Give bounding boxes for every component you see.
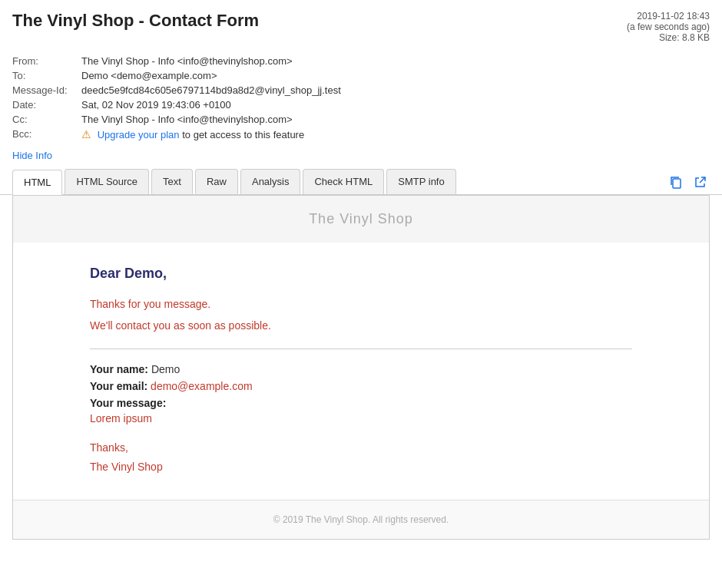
warning-icon: ⚠ xyxy=(81,128,91,140)
your-message-label: Your message: xyxy=(90,397,632,409)
tab-html[interactable]: HTML xyxy=(12,170,62,195)
date-row: Date: Sat, 02 Nov 2019 19:43:06 +0100 xyxy=(12,97,346,112)
your-message-value: Lorem ipsum xyxy=(90,412,632,424)
tab-raw[interactable]: Raw xyxy=(195,169,238,194)
page-meta: 2019-11-02 18:43 (a few seconds ago) Siz… xyxy=(627,11,710,43)
cc-label: Cc: xyxy=(12,112,81,127)
email-banner: The Vinyl Shop xyxy=(13,196,709,243)
email-body: Dear Demo, Thanks for you message. We'll… xyxy=(13,243,709,500)
external-link-button[interactable] xyxy=(691,173,710,191)
to-label: To: xyxy=(12,68,81,83)
date-value: Sat, 02 Nov 2019 19:43:06 +0100 xyxy=(81,97,346,112)
from-row: From: The Vinyl Shop - Info <info@thevin… xyxy=(12,54,346,68)
sign-off: Thanks, The Vinyl Shop xyxy=(90,438,632,477)
tab-smtp-info[interactable]: SMTP info xyxy=(386,169,455,194)
to-value: Demo <demo@example.com> xyxy=(81,68,346,83)
meta-relative-time: (a few seconds ago) xyxy=(627,21,710,32)
your-name-label: Your name: xyxy=(90,363,148,375)
sign-off-line1: Thanks, xyxy=(90,438,632,458)
email-info: From: The Vinyl Shop - Info <info@thevin… xyxy=(0,51,722,147)
your-name-row: Your name: Demo xyxy=(90,363,632,375)
page-title: The Vinyl Shop - Contact Form xyxy=(12,11,259,31)
bcc-cell: ⚠ Upgrade your plan to get access to thi… xyxy=(81,127,346,142)
tab-check-html[interactable]: Check HTML xyxy=(303,169,384,194)
upgrade-link[interactable]: Upgrade your plan xyxy=(98,129,180,140)
your-email-label: Your email: xyxy=(90,380,147,392)
banner-title: The Vinyl Shop xyxy=(309,211,413,226)
message-id-value: deedc5e9fcd84c605e6797114bd9a8d2@vinyl_s… xyxy=(81,83,346,97)
email-content-wrapper: The Vinyl Shop Dear Demo, Thanks for you… xyxy=(12,195,710,540)
bcc-suffix: to get access to this feature xyxy=(180,129,305,140)
intro-line1: Thanks for you message. xyxy=(90,296,632,312)
meta-size: Size: 8.8 KB xyxy=(627,32,710,43)
message-id-row: Message-Id: deedc5e9fcd84c605e6797114bd9… xyxy=(12,83,346,97)
from-label: From: xyxy=(12,54,81,68)
email-info-table: From: The Vinyl Shop - Info <info@thevin… xyxy=(12,54,346,142)
email-greeting: Dear Demo, xyxy=(90,266,632,282)
page-header: The Vinyl Shop - Contact Form 2019-11-02… xyxy=(0,0,722,51)
tabs-list: HTML HTML Source Text Raw Analysis Check… xyxy=(12,169,459,194)
cc-value: The Vinyl Shop - Info <info@thevinylshop… xyxy=(81,112,346,127)
intro-line2: We'll contact you as soon as possible. xyxy=(90,317,632,334)
copy-button[interactable] xyxy=(667,173,685,191)
svg-rect-0 xyxy=(673,179,681,188)
email-footer: © 2019 The Vinyl Shop. All rights reserv… xyxy=(13,500,709,539)
meta-datetime: 2019-11-02 18:43 xyxy=(627,11,710,21)
message-id-label: Message-Id: xyxy=(12,83,81,97)
tab-text[interactable]: Text xyxy=(151,169,193,194)
footer-text: © 2019 The Vinyl Shop. All rights reserv… xyxy=(273,514,449,525)
tabs-container: HTML HTML Source Text Raw Analysis Check… xyxy=(0,169,722,195)
tab-analysis[interactable]: Analysis xyxy=(240,169,300,194)
your-email-row: Your email: demo@example.com xyxy=(90,380,632,392)
your-email-value-text: demo@example.com xyxy=(151,380,253,392)
hide-info-link[interactable]: Hide Info xyxy=(0,147,65,164)
cc-row: Cc: The Vinyl Shop - Info <info@thevinyl… xyxy=(12,112,346,127)
sign-off-line2: The Vinyl Shop xyxy=(90,458,632,477)
bcc-row: Bcc: ⚠ Upgrade your plan to get access t… xyxy=(12,127,346,142)
tab-icons xyxy=(667,173,710,191)
to-row: To: Demo <demo@example.com> xyxy=(12,68,346,83)
tab-html-source[interactable]: HTML Source xyxy=(65,169,149,194)
date-label: Date: xyxy=(12,97,81,112)
from-value: The Vinyl Shop - Info <info@thevinylshop… xyxy=(81,54,346,68)
email-divider xyxy=(90,349,632,349)
bcc-label: Bcc: xyxy=(12,127,81,142)
your-name-value-text: Demo xyxy=(151,363,180,375)
